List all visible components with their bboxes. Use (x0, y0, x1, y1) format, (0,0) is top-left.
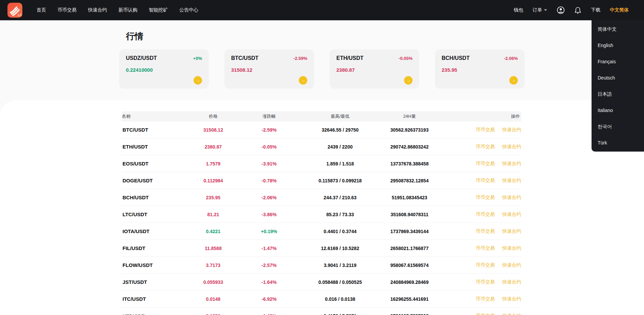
arrow-right-icon[interactable]: → (299, 76, 307, 85)
quick-contract-link[interactable]: 快速合约 (502, 262, 521, 268)
arrow-right-icon[interactable]: → (509, 76, 518, 85)
language-option[interactable]: Français (592, 53, 644, 70)
cell-change: -0.05% (240, 144, 298, 150)
cell-price: 31508.12 (186, 127, 240, 133)
card-pair: BCH/USDT (442, 55, 470, 61)
cell-pair: FIL/USDT (122, 245, 186, 251)
spot-trade-link[interactable]: 币币交易 (476, 228, 495, 234)
spot-trade-link[interactable]: 币币交易 (476, 296, 495, 302)
market-card[interactable]: BCH/USDT -2.06% 235.95 → (435, 49, 525, 89)
quick-contract-link[interactable]: 快速合约 (502, 279, 521, 285)
cell-high-low: 0.115873 / 0.099218 (298, 178, 382, 183)
language-option[interactable]: Türk (592, 135, 644, 151)
table-row: BTC/USDT 31508.12 -2.59% 32646.55 / 2975… (122, 121, 521, 138)
arrow-right-icon[interactable]: → (194, 76, 202, 85)
notifications-bell-icon[interactable] (574, 6, 581, 14)
spot-trade-link[interactable]: 币币交易 (476, 161, 495, 167)
quick-contract-link[interactable]: 快速合约 (502, 144, 521, 150)
spot-trade-link[interactable]: 币币交易 (476, 144, 495, 150)
cell-actions: 币币交易 快速合约 (437, 211, 521, 218)
cell-high-low: 0.058488 / 0.050525 (298, 279, 382, 285)
card-footer: → (336, 76, 413, 85)
cell-price: 0.112984 (186, 178, 240, 183)
quick-contract-link[interactable]: 快速合约 (502, 211, 521, 218)
quick-contract-link[interactable]: 快速合约 (502, 313, 521, 315)
top-navbar: LA 首页 币币交易 快速合约 新币认购 智能挖矿 公告中心 钱包 订单 下载 (0, 0, 644, 20)
nav-item[interactable]: 新币认购 (118, 7, 137, 13)
spot-trade-link[interactable]: 币币交易 (476, 195, 495, 201)
cell-volume: 351608.94078311 (382, 212, 437, 217)
quick-contract-link[interactable]: 快速合约 (502, 296, 521, 302)
cell-pair: FLOW/USDT (122, 262, 186, 268)
cell-actions: 币币交易 快速合约 (437, 195, 521, 201)
brand-logo[interactable]: LA (7, 3, 22, 18)
wallet-link[interactable]: 钱包 (514, 7, 523, 13)
cell-price: 0.055933 (186, 279, 240, 285)
quick-contract-link[interactable]: 快速合约 (502, 195, 521, 201)
cell-volume: 958067.61569574 (382, 263, 437, 268)
svg-text:LA: LA (18, 13, 22, 17)
account-avatar-icon[interactable] (557, 6, 565, 14)
cell-volume: 2658021.1766877 (382, 246, 437, 251)
cell-volume: 290742.86803242 (382, 144, 437, 150)
spot-trade-link[interactable]: 币币交易 (476, 211, 495, 218)
card-pair: ETH/USDT (336, 55, 363, 61)
cell-change: -6.92% (240, 296, 298, 302)
quick-contract-link[interactable]: 快速合约 (502, 127, 521, 133)
spot-trade-link[interactable]: 币币交易 (476, 245, 495, 251)
card-top: BCH/USDT -2.06% (442, 55, 518, 61)
language-option[interactable]: 简体中文 (592, 21, 644, 37)
cell-price: 2380.87 (186, 144, 240, 150)
cell-actions: 币币交易 快速合约 (437, 262, 521, 268)
spot-trade-link[interactable]: 币币交易 (476, 127, 495, 133)
language-option[interactable]: Italiano (592, 102, 644, 118)
download-link[interactable]: 下载 (591, 7, 600, 13)
quick-contract-link[interactable]: 快速合约 (502, 178, 521, 184)
card-change: -2.59% (293, 56, 307, 61)
language-option[interactable]: English (592, 37, 644, 53)
cell-actions: 币币交易 快速合约 (437, 228, 521, 234)
market-table: 名称 价格 涨跌幅 最高/最低 24H量 操作 BTC/USDT 31508.1… (122, 111, 521, 315)
nav-item[interactable]: 币币交易 (58, 7, 76, 13)
market-card[interactable]: BTC/USDT -2.59% 31508.12 → (224, 49, 314, 89)
table-row: LTC/USDT 81.21 -3.86% 85.23 / 73.33 3516… (122, 206, 521, 223)
quick-contract-link[interactable]: 快速合约 (502, 161, 521, 167)
cell-actions: 币币交易 快速合约 (437, 296, 521, 302)
spot-trade-link[interactable]: 币币交易 (476, 279, 495, 285)
language-option[interactable]: 日本語 (592, 86, 644, 102)
quick-contract-link[interactable]: 快速合约 (502, 245, 521, 251)
orders-menu[interactable]: 订单 (533, 7, 547, 13)
cell-change: -2.06% (240, 195, 298, 200)
cell-actions: 币币交易 快速合约 (437, 161, 521, 167)
card-change: +0% (193, 56, 202, 61)
arrow-right-icon[interactable]: → (404, 76, 413, 85)
language-selector[interactable]: 中文简体 (610, 7, 629, 13)
table-row: DOGE/USDT 0.112984 -0.78% 0.115873 / 0.0… (122, 172, 521, 189)
cell-actions: 币币交易 快速合约 (437, 144, 521, 150)
nav-item[interactable]: 公告中心 (179, 7, 198, 13)
market-card[interactable]: USDZ/USDT +0% 0.22410000 → (119, 49, 209, 89)
cell-price: 3.7173 (186, 263, 240, 268)
spot-trade-link[interactable]: 币币交易 (476, 313, 495, 315)
table-row: IOTA/USDT 0.4221 +0.19% 0.4401 / 0.3744 … (122, 223, 521, 240)
spot-trade-link[interactable]: 币币交易 (476, 178, 495, 184)
cell-change: -3.91% (240, 161, 298, 166)
cell-pair: ETH/USDT (122, 144, 186, 150)
market-card[interactable]: ETH/USDT -0.05% 2380.87 → (330, 49, 419, 89)
cell-actions: 币币交易 快速合约 (437, 245, 521, 251)
table-row: EOS/USDT 1.7579 -3.91% 1.859 / 1.518 137… (122, 155, 521, 172)
nav-item[interactable]: 快速合约 (88, 7, 107, 13)
cell-change: -1.47% (240, 246, 298, 251)
cell-change: -1.64% (240, 279, 298, 285)
quick-contract-link[interactable]: 快速合约 (502, 228, 521, 234)
language-option[interactable]: Deutsch (592, 70, 644, 86)
header-actions: 操作 (437, 113, 521, 119)
nav-item[interactable]: 智能挖矿 (149, 7, 168, 13)
language-option[interactable]: 한국어 (592, 118, 644, 135)
cell-change: -0.78% (240, 178, 298, 183)
header-change: 涨跌幅 (240, 113, 298, 119)
header-volume: 24H量 (382, 113, 437, 119)
nav-item[interactable]: 首页 (37, 7, 46, 13)
spot-trade-link[interactable]: 币币交易 (476, 262, 495, 268)
cell-pair: LTC/USDT (122, 211, 186, 217)
